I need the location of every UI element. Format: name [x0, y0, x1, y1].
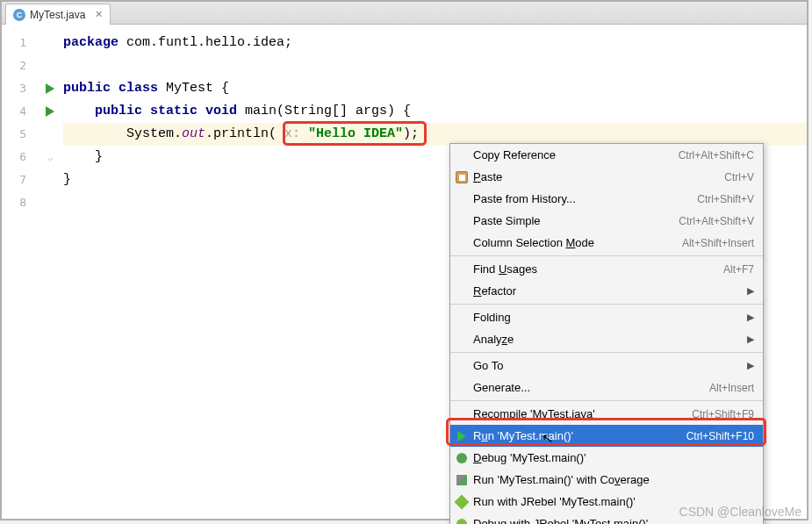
fold-marker[interactable] — [37, 123, 63, 146]
code-token: class — [111, 81, 158, 96]
tab-bar: C MyTest.java ✕ — [2, 2, 807, 25]
highlight-annotation — [446, 418, 766, 446]
line-number: 1 — [2, 32, 37, 54]
shortcut: Alt+Shift+Insert — [682, 237, 754, 249]
code-token: public — [63, 81, 111, 96]
tab-filename: MyTest.java — [30, 9, 85, 21]
fold-marker[interactable]: ⌵ — [37, 146, 63, 169]
code-token: package — [63, 35, 119, 50]
context-menu: Copy Reference Ctrl+Alt+Shift+C Paste Ct… — [449, 143, 764, 524]
code-token: MyTest { — [158, 81, 229, 96]
code-token: com.funtl.hello.idea; — [119, 35, 292, 50]
menu-item-find-usages[interactable]: Find Usages Alt+F7 — [450, 258, 763, 280]
submenu-arrow-icon: ▶ — [747, 334, 754, 345]
menu-item-generate[interactable]: Generate... Alt+Insert — [450, 377, 763, 398]
menu-item-copy-reference[interactable]: Copy Reference Ctrl+Alt+Shift+C — [450, 144, 763, 166]
menu-label: Paste from History... — [473, 192, 697, 205]
line-number-gutter: 1 2 3 4 5 6 7 8 — [2, 25, 37, 518]
menu-label: Paste Simple — [473, 214, 679, 227]
code-token: main(String[] args) { — [237, 104, 411, 118]
paste-icon — [456, 171, 468, 183]
menu-label: Refactor — [473, 284, 747, 298]
jrebel-debug-icon — [456, 519, 467, 525]
menu-label: Analyze — [473, 333, 747, 346]
close-icon[interactable]: ✕ — [95, 9, 103, 20]
submenu-arrow-icon: ▶ — [747, 360, 754, 371]
menu-item-column-selection[interactable]: Column Selection Mode Alt+Shift+Insert — [450, 232, 763, 254]
code-token: .println( — [205, 126, 277, 141]
menu-item-goto[interactable]: Go To ▶ — [450, 355, 763, 377]
menu-item-folding[interactable]: Folding ▶ — [450, 306, 763, 328]
menu-label: Find Usages — [473, 262, 723, 276]
shortcut: Ctrl+Shift+V — [697, 193, 754, 205]
line-number: 8 — [2, 191, 37, 214]
menu-label: Folding — [473, 311, 747, 324]
menu-label: Run 'MyTest.main()' with Coverage — [473, 473, 754, 486]
menu-label: Generate... — [473, 381, 709, 394]
menu-label: Paste — [473, 170, 724, 183]
shortcut: Alt+Insert — [709, 382, 754, 394]
shortcut: Ctrl+Alt+Shift+V — [679, 215, 754, 227]
menu-label: Go To — [473, 359, 747, 372]
code-token: void — [198, 104, 237, 118]
menu-item-refactor[interactable]: Refactor ▶ — [450, 280, 763, 302]
shortcut: Ctrl+V — [724, 171, 754, 183]
submenu-arrow-icon: ▶ — [747, 312, 754, 323]
code-token: out — [182, 126, 205, 141]
coverage-icon — [456, 475, 467, 485]
line-number: 3 — [2, 77, 37, 100]
menu-item-analyze[interactable]: Analyze ▶ — [450, 328, 763, 350]
line-number: 7 — [2, 169, 37, 191]
code-token: static — [142, 104, 198, 118]
shortcut: Ctrl+Alt+Shift+C — [679, 149, 754, 162]
code-token: System. — [126, 126, 182, 141]
menu-item-paste-simple[interactable]: Paste Simple Ctrl+Alt+Shift+V — [450, 210, 763, 232]
jrebel-icon — [455, 494, 470, 509]
menu-label: Debug 'MyTest.main()' — [473, 451, 754, 464]
java-class-icon: C — [13, 9, 25, 21]
menu-label: Column Selection Mode — [473, 236, 682, 249]
line-number: 6 — [2, 146, 37, 169]
run-gutter-icon[interactable] — [37, 100, 63, 123]
highlight-annotation — [283, 121, 427, 146]
code-token: public — [95, 104, 142, 118]
editor-window: C MyTest.java ✕ 1 2 3 4 5 6 7 8 ⌵ — [0, 0, 808, 520]
code-token: } — [95, 149, 103, 164]
tab-mytest[interactable]: C MyTest.java ✕ — [5, 4, 111, 25]
shortcut: Alt+F7 — [723, 263, 754, 276]
bug-icon — [456, 453, 467, 463]
menu-item-debug[interactable]: Debug 'MyTest.main()' — [450, 447, 763, 469]
menu-item-paste-history[interactable]: Paste from History... Ctrl+Shift+V — [450, 188, 763, 210]
gutter-markers: ⌵ — [37, 25, 63, 518]
menu-item-coverage[interactable]: Run 'MyTest.main()' with Coverage — [450, 469, 763, 491]
menu-label: Copy Reference — [473, 148, 679, 162]
line-number: 2 — [2, 54, 37, 77]
run-gutter-icon[interactable] — [37, 77, 63, 100]
submenu-arrow-icon: ▶ — [747, 285, 754, 297]
code-token: } — [63, 172, 71, 187]
line-number: 4 — [2, 100, 37, 123]
menu-item-paste[interactable]: Paste Ctrl+V — [450, 166, 763, 188]
watermark: CSDN @CleanloveMe — [679, 505, 801, 519]
line-number: 5 — [2, 123, 37, 146]
